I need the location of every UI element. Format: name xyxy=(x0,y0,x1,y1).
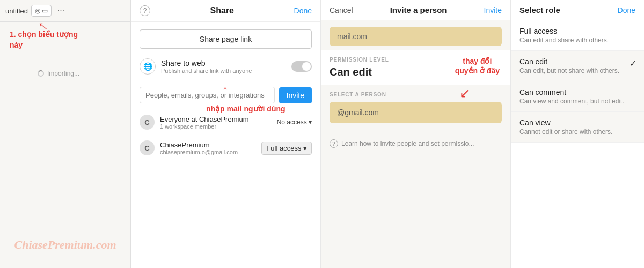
chiase-email: chiasepremium.o@gmail.com xyxy=(160,149,256,155)
mail-annotation: nhập mail người dùng xyxy=(206,105,286,113)
role-item-name: Full access xyxy=(519,27,635,35)
app-title: untitled xyxy=(5,7,28,15)
share-to-web-text: Share to web Publish and share link with… xyxy=(161,59,286,74)
role-item-desc: Can edit and share with others. xyxy=(519,36,635,44)
everyone-access-dropdown[interactable]: No access ▾ xyxy=(277,118,312,126)
spinner-icon xyxy=(38,70,44,77)
top-bar: untitled ◎ ▭ ··· xyxy=(0,0,130,22)
invite-panel: Cancel Invite a person Invite mail.com P… xyxy=(321,0,511,268)
checkmark-icon: ✓ xyxy=(630,58,636,69)
share-icon: ◎ xyxy=(35,7,40,14)
role-panel: Select role Done Full accessCan edit and… xyxy=(511,0,644,268)
role-item-can-edit[interactable]: Can editCan edit, but not share with oth… xyxy=(511,51,644,81)
chiase-member-info: ChiasePremium chiasepremium.o@gmail.com xyxy=(160,141,256,155)
role-item-desc: Can edit, but not share with others. xyxy=(519,67,635,75)
role-item-can-comment[interactable]: Can commentCan view and comment, but not… xyxy=(511,81,644,112)
share-to-web-label: Share to web xyxy=(161,59,286,68)
masked-email: mail.com xyxy=(337,32,367,41)
invite-header-button[interactable]: Invite xyxy=(484,6,502,14)
everyone-member-info: Everyone at ChiasePremium 1 workspace me… xyxy=(160,115,272,130)
importing-status: Importing... xyxy=(38,70,79,77)
arrow-annotation-2: ↑ xyxy=(222,83,228,97)
everyone-name: Everyone at ChiasePremium xyxy=(160,115,272,123)
change-annotation: thay đổi quyền ở đây xyxy=(455,56,500,76)
role-item-desc: Can view and comment, but not edit. xyxy=(519,98,635,105)
share-panel: ? Share Done Share page link 🌐 Share to … xyxy=(131,0,321,268)
watermark: ChiasePremium.com xyxy=(14,238,116,252)
person-email-card: @gmail.com xyxy=(330,102,502,123)
share-page-link-button[interactable]: Share page link xyxy=(140,29,312,49)
learn-row: ? Learn how to invite people and set per… xyxy=(321,134,510,153)
invite-input[interactable] xyxy=(140,87,275,103)
chiase-access-dropdown[interactable]: Full access ▾ xyxy=(261,142,312,155)
share-title: Share xyxy=(150,6,294,16)
chiase-member-row: C ChiasePremium chiasepremium.o@gmail.co… xyxy=(131,135,320,161)
role-item-desc: Cannot edit or share with others. xyxy=(519,128,635,136)
chiase-name: ChiasePremium xyxy=(160,141,256,149)
select-person-label: SELECT A PERSON xyxy=(330,92,502,98)
invite-button[interactable]: Invite xyxy=(279,87,312,103)
share-to-web-row: 🌐 Share to web Publish and share link wi… xyxy=(131,54,320,79)
cancel-button[interactable]: Cancel xyxy=(330,6,353,14)
invite-panel-header: Cancel Invite a person Invite xyxy=(321,0,510,20)
chiase-avatar: C xyxy=(140,140,155,155)
share-to-web-sub: Publish and share link with anyone xyxy=(161,68,286,74)
invite-panel-title: Invite a person xyxy=(390,5,447,14)
everyone-avatar: C xyxy=(140,115,155,130)
role-item-name: Can comment xyxy=(519,88,635,96)
everyone-sub: 1 workspace member xyxy=(160,123,272,130)
share-panel-header: ? Share Done xyxy=(131,0,320,22)
learn-text[interactable]: Learn how to invite people and set permi… xyxy=(341,140,474,147)
share-done-button[interactable]: Done xyxy=(294,6,312,15)
everyone-member-row: C Everyone at ChiasePremium 1 workspace … xyxy=(131,109,320,135)
share-to-web-toggle[interactable] xyxy=(291,61,312,72)
learn-help-icon: ? xyxy=(330,139,338,148)
role-done-button[interactable]: Done xyxy=(618,6,635,14)
arrow-annotation-3: ↙ xyxy=(459,86,470,101)
left-panel: untitled ◎ ▭ ··· ↑ 1. chọn biểu tượng nà… xyxy=(0,0,131,268)
role-item-name: Can edit xyxy=(519,57,635,66)
role-items-container: Full accessCan edit and share with other… xyxy=(511,20,644,143)
select-person-section: SELECT A PERSON @gmail.com xyxy=(321,85,510,130)
role-item-full-access[interactable]: Full accessCan edit and share with other… xyxy=(511,20,644,51)
role-panel-title: Select role xyxy=(519,5,560,14)
globe-icon: 🌐 xyxy=(140,58,156,75)
role-panel-header: Select role Done xyxy=(511,0,644,20)
role-item-can-view[interactable]: Can viewCannot edit or share with others… xyxy=(511,112,644,143)
role-item-name: Can view xyxy=(519,118,635,127)
help-icon[interactable]: ? xyxy=(140,5,150,16)
share-icon-button[interactable]: ◎ ▭ xyxy=(31,5,52,17)
person-email: @gmail.com xyxy=(337,108,379,117)
page-icon: ▭ xyxy=(42,7,48,14)
more-options-button[interactable]: ··· xyxy=(55,4,67,17)
masked-email-card: mail.com xyxy=(330,27,502,46)
step-annotation: 1. chọn biểu tượng này xyxy=(10,29,78,50)
